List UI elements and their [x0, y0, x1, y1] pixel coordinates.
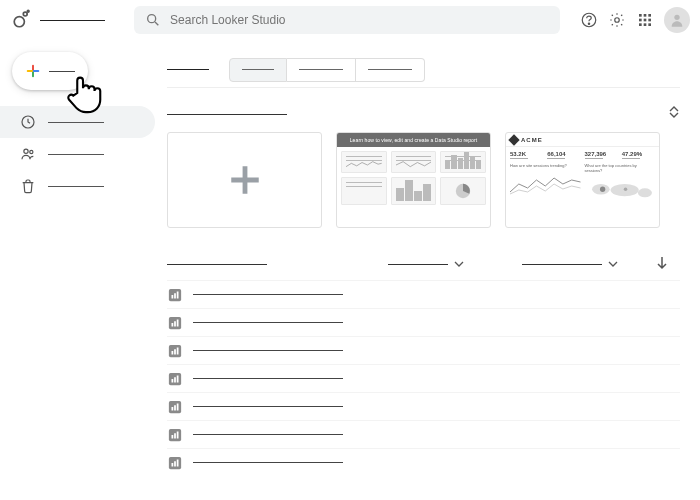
- templates-title: [167, 114, 287, 115]
- svg-rect-34: [177, 319, 179, 326]
- tab-group: [229, 58, 425, 82]
- svg-rect-12: [644, 19, 647, 22]
- svg-line-4: [155, 22, 158, 25]
- list-row[interactable]: [167, 448, 680, 476]
- report-icon: [167, 287, 183, 303]
- svg-rect-13: [648, 19, 651, 22]
- list-row[interactable]: [167, 364, 680, 392]
- templates-expand-toggle[interactable]: [668, 106, 680, 122]
- templates-header: [167, 104, 680, 124]
- sidebar: [0, 40, 155, 500]
- svg-rect-44: [172, 407, 174, 411]
- list-row[interactable]: [167, 280, 680, 308]
- svg-rect-37: [174, 349, 176, 354]
- list-row[interactable]: [167, 308, 680, 336]
- svg-rect-36: [172, 351, 174, 355]
- svg-rect-41: [174, 377, 176, 382]
- sidebar-item-label: [48, 154, 104, 155]
- users-icon: [20, 146, 36, 162]
- col-name[interactable]: [167, 264, 267, 265]
- sidebar-item-trash[interactable]: [0, 170, 155, 202]
- svg-rect-52: [172, 463, 174, 467]
- svg-rect-9: [644, 14, 647, 17]
- list-row[interactable]: [167, 420, 680, 448]
- product-name: [40, 20, 105, 21]
- templates-row: Learn how to view, edit and create a Dat…: [167, 132, 680, 228]
- svg-rect-54: [177, 459, 179, 466]
- plus-icon: [228, 163, 262, 197]
- svg-rect-45: [174, 405, 176, 410]
- list-header: [167, 254, 680, 274]
- sidebar-item-label: [48, 122, 104, 123]
- avatar[interactable]: [664, 7, 690, 33]
- svg-point-26: [623, 187, 627, 191]
- svg-rect-28: [172, 295, 174, 299]
- tabs-heading: [167, 69, 209, 70]
- svg-point-6: [588, 23, 589, 24]
- svg-point-24: [637, 188, 651, 197]
- svg-point-19: [24, 149, 28, 153]
- svg-rect-50: [177, 431, 179, 438]
- svg-rect-40: [172, 379, 174, 383]
- sidebar-item-recent[interactable]: [0, 106, 155, 138]
- clock-icon: [20, 114, 36, 130]
- search-icon: [144, 11, 162, 29]
- svg-rect-15: [644, 23, 647, 26]
- svg-point-25: [599, 187, 604, 192]
- header-actions: [580, 7, 690, 33]
- report-icon: [167, 399, 183, 415]
- tab-explorer[interactable]: [356, 58, 425, 82]
- template-acme[interactable]: ACME 53.2K 66,104 How are site sessions …: [505, 132, 660, 228]
- svg-point-0: [14, 17, 24, 27]
- svg-rect-53: [174, 461, 176, 466]
- svg-point-20: [30, 150, 33, 153]
- svg-rect-49: [174, 433, 176, 438]
- gear-icon[interactable]: [608, 11, 626, 29]
- svg-rect-48: [172, 435, 174, 439]
- arrow-down-icon: [656, 256, 668, 270]
- col-date[interactable]: [522, 259, 648, 269]
- svg-rect-42: [177, 375, 179, 382]
- create-button[interactable]: [12, 52, 88, 90]
- svg-rect-38: [177, 347, 179, 354]
- create-label: [49, 71, 75, 72]
- report-icon: [167, 455, 183, 471]
- product-logo: [10, 9, 30, 31]
- svg-rect-29: [174, 293, 176, 298]
- tab-datasources[interactable]: [287, 58, 356, 82]
- svg-rect-10: [648, 14, 651, 17]
- svg-rect-8: [639, 14, 642, 17]
- chevron-down-icon: [454, 259, 464, 269]
- sort-direction[interactable]: [656, 256, 680, 273]
- svg-rect-33: [174, 321, 176, 326]
- template-preview: [337, 147, 490, 209]
- apps-icon[interactable]: [636, 11, 654, 29]
- content-tabs: [167, 52, 680, 88]
- chevron-down-icon: [608, 259, 618, 269]
- sidebar-item-label: [48, 186, 104, 187]
- trash-icon: [20, 178, 36, 194]
- list-row[interactable]: [167, 392, 680, 420]
- svg-point-3: [148, 15, 156, 23]
- template-blank[interactable]: [167, 132, 322, 228]
- search-bar[interactable]: [134, 6, 560, 34]
- sidebar-item-shared[interactable]: [0, 138, 155, 170]
- search-input[interactable]: [170, 13, 550, 27]
- template-tutorial[interactable]: Learn how to view, edit and create a Dat…: [336, 132, 491, 228]
- tab-reports[interactable]: [229, 58, 287, 82]
- svg-rect-46: [177, 403, 179, 410]
- svg-point-17: [674, 15, 679, 20]
- svg-rect-11: [639, 19, 642, 22]
- list-row[interactable]: [167, 336, 680, 364]
- svg-rect-32: [172, 323, 174, 327]
- svg-point-2: [27, 10, 29, 12]
- svg-point-7: [615, 18, 620, 23]
- acme-logo-icon: [508, 134, 519, 145]
- template-preview: 53.2K 66,104 How are site sessions trend…: [506, 147, 659, 207]
- row-name-text: [193, 294, 343, 295]
- plus-multicolor-icon: [25, 63, 41, 79]
- help-icon[interactable]: [580, 11, 598, 29]
- svg-point-1: [23, 12, 27, 16]
- report-list: [167, 280, 680, 476]
- col-owner[interactable]: [388, 259, 514, 269]
